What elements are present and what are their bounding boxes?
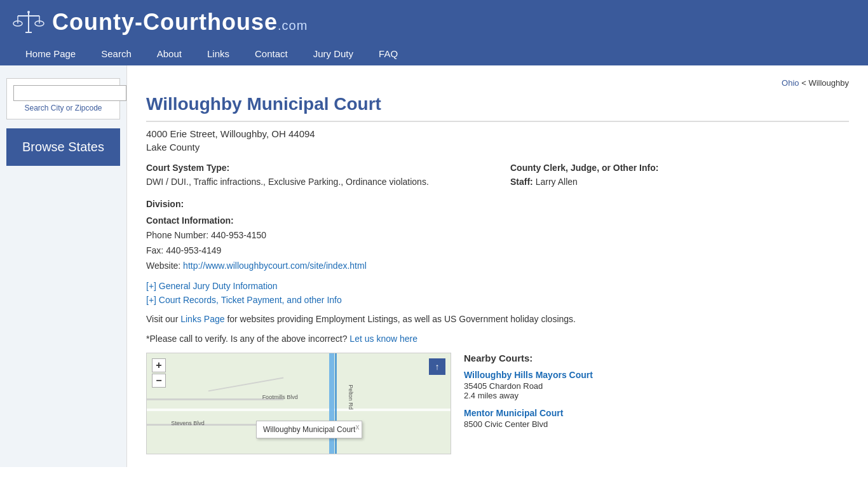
nav-about[interactable]: About [144,42,194,65]
clerk-col: County Clerk, Judge, or Other Info: Staf… [510,163,849,189]
fax-label: Fax: [146,245,163,255]
logo-area: County-Courthouse.com [13,9,308,42]
map-popup-text: Willoughby Municipal Court [263,425,355,434]
nav-links[interactable]: Links [194,42,242,65]
verify-link[interactable]: Let us know here [349,334,417,344]
svg-point-6 [27,11,30,13]
browse-states-button[interactable]: Browse States [6,128,120,166]
nav-contact[interactable]: Contact [242,42,301,65]
court-county: Lake County [146,142,849,152]
nearby-court-item-1: Mentor Municipal Court 8500 Civic Center… [464,408,849,429]
map-zoom-in-button[interactable]: + [152,358,166,372]
verify-pre-text: *Please call to verify. Is any of the ab… [146,334,349,344]
site-com-text: .com [278,18,308,32]
search-city-label: Search City or Zipcode [24,104,102,112]
road-label-footmills: Footmills Blvd [262,394,298,400]
nav-faq[interactable]: FAQ [366,42,410,65]
court-system-value: DWI / DUI., Traffic infractions., Exclus… [146,175,485,189]
map-container: Footmills Blvd Stevens Blvd Pelton Rd + … [146,353,451,454]
court-title: Willoughby Municipal Court [146,94,849,122]
website-label: Website: [146,261,180,271]
main-container: GO Search City or Zipcode Browse States … [0,65,868,467]
court-system-label: Court System Type: [146,163,485,173]
breadcrumb-city: Willoughby [808,78,849,88]
map-nearby-section: Footmills Blvd Stevens Blvd Pelton Rd + … [146,353,849,454]
phone-value: 440-953-4150 [211,230,266,240]
nav-home[interactable]: Home Page [13,42,88,65]
search-input[interactable] [13,85,126,101]
clerk-label: County Clerk, Judge, or Other Info: [510,163,849,173]
breadcrumb-state[interactable]: Ohio [782,78,799,88]
court-records-link[interactable]: [+] Court Records, Ticket Payment, and o… [146,295,849,305]
nearby-courts-title: Nearby Courts: [464,353,849,363]
search-row: GO [13,85,113,101]
content-area: Ohio < Willoughby Willoughby Municipal C… [127,65,868,467]
links-pre-text: Visit our [146,314,180,324]
links-page-link[interactable]: Links Page [180,314,224,324]
nearby-court-address-0: 35405 Chardon Road [464,381,849,391]
links-paragraph: Visit our Links Page for websites provid… [146,313,849,326]
phone-line: Phone Number: 440-953-4150 [146,228,849,243]
jury-duty-link[interactable]: [+] General Jury Duty Information [146,281,849,291]
map-popup: Willoughby Municipal Court x [256,421,362,438]
map-popup-close-button[interactable]: x [355,423,359,431]
breadcrumb: Ohio < Willoughby [146,78,849,88]
court-system-col: Court System Type: DWI / DUI., Traffic i… [146,163,485,189]
division-section: Division: [146,199,849,209]
nearby-court-name-0[interactable]: Willoughby Hills Mayors Court [464,370,849,380]
nearby-court-item-0: Willoughby Hills Mayors Court 35405 Char… [464,370,849,400]
court-address: 4000 Erie Street, Willoughby, OH 44094 [146,128,849,139]
contact-label: Contact Information: [146,215,849,226]
site-title: County-Courthouse.com [52,9,308,36]
nav-search[interactable]: Search [88,42,144,65]
map-zoom-out-button[interactable]: − [152,374,166,388]
info-grid: Court System Type: DWI / DUI., Traffic i… [146,163,849,189]
road-label-stevens: Stevens Blvd [171,420,205,426]
fax-line: Fax: 440-953-4149 [146,243,849,259]
nearby-court-name-1[interactable]: Mentor Municipal Court [464,408,849,418]
fax-value: 440-953-4149 [166,245,221,255]
website-link[interactable]: http://www.willoughbycourt.com/site/inde… [183,261,367,271]
main-nav: Home Page Search About Links Contact Jur… [13,42,855,65]
nearby-courts: Nearby Courts: Willoughby Hills Mayors C… [464,353,849,454]
search-box-area: GO Search City or Zipcode [6,78,120,119]
staff-value: Staff: Larry Allen [510,175,849,189]
header: County-Courthouse.com Home Page Search A… [0,0,868,65]
breadcrumb-separator: < [801,78,808,88]
scales-icon [13,10,44,35]
nearby-court-address-1: 8500 Civic Center Blvd [464,419,849,429]
sidebar: GO Search City or Zipcode Browse States [0,65,127,467]
nearby-court-distance-0: 2.4 miles away [464,391,849,400]
contact-section: Contact Information: Phone Number: 440-9… [146,215,849,273]
links-post-text: for websites providing Employment Listin… [225,314,576,324]
road-label-pelton: Pelton Rd [348,384,354,410]
staff-name: Larry Allen [536,177,578,187]
map-share-button[interactable]: ↑ [429,358,445,375]
map-background: Footmills Blvd Stevens Blvd Pelton Rd [147,353,451,454]
verify-paragraph: *Please call to verify. Is any of the ab… [146,334,849,344]
division-label: Division: [146,199,184,209]
staff-label: Staff: [510,177,533,187]
site-name-text: County-Courthouse [52,9,278,35]
nav-jury-duty[interactable]: Jury Duty [301,42,366,65]
website-line: Website: http://www.willoughbycourt.com/… [146,259,849,274]
phone-label: Phone Number: [146,230,208,240]
